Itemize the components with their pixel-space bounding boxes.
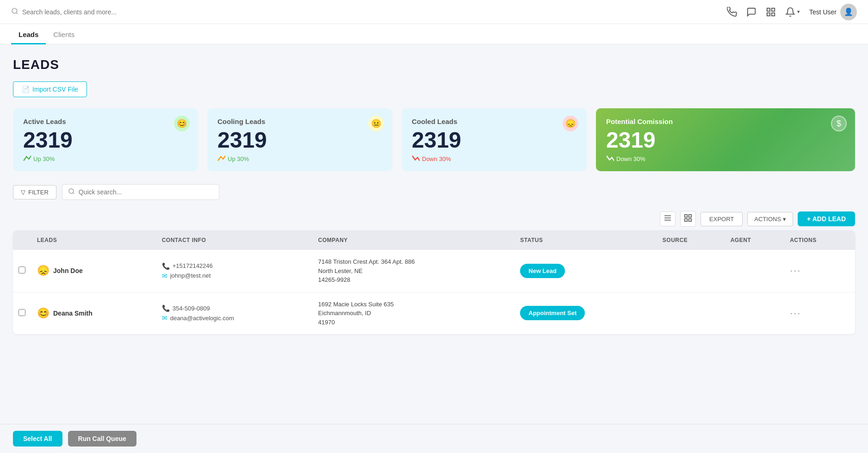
- user-section[interactable]: Test User 👤: [809, 4, 857, 20]
- row-checkbox-cell[interactable]: [13, 250, 31, 292]
- table-header-row: LEADS CONTACT INFO COMPANY STATUS SOURCE…: [13, 230, 855, 250]
- address-line1: 7148 Triston Crest Apt. 364 Apt. 886: [318, 257, 509, 267]
- file-icon: 📄: [22, 86, 30, 93]
- row-actions-menu[interactable]: ···: [790, 307, 801, 319]
- stat-card-active-leads: 😊 Active Leads 2319 Up 30%: [13, 108, 198, 171]
- row-checkbox[interactable]: [19, 267, 25, 273]
- table-row: 😊 Deana Smith 📞 354-509-0809 ✉: [13, 292, 855, 334]
- col-source: SOURCE: [657, 230, 725, 250]
- stat-icon-cooling: 😐: [368, 116, 384, 131]
- tab-clients[interactable]: Clients: [46, 26, 82, 44]
- col-agent: AGENT: [725, 230, 784, 250]
- search-input[interactable]: [22, 8, 196, 16]
- row-checkbox-cell[interactable]: [13, 292, 31, 334]
- stat-number-cooled: 2319: [412, 129, 577, 151]
- source-cell: [657, 250, 725, 292]
- add-lead-button[interactable]: + ADD LEAD: [798, 211, 855, 226]
- email-address: deana@activelogic.com: [170, 315, 234, 322]
- filter-button[interactable]: ▽ FILTER: [13, 185, 56, 199]
- svg-rect-12: [689, 215, 692, 217]
- status-badge[interactable]: New Lead: [520, 264, 565, 278]
- svg-rect-13: [685, 219, 688, 222]
- contact-info-cell: 📞 354-509-0809 ✉ deana@activelogic.com: [156, 292, 313, 334]
- agent-cell: [725, 292, 784, 334]
- col-leads: LEADS: [31, 230, 156, 250]
- stat-icon-active: 😊: [174, 116, 190, 131]
- chat-icon[interactable]: [746, 7, 756, 17]
- filter-icon: ▽: [21, 189, 25, 196]
- email-icon-row2: ✉: [162, 314, 167, 322]
- svg-line-1: [16, 12, 18, 14]
- trend-arrow-up-icon-2: [217, 155, 226, 163]
- bell-icon: [785, 7, 795, 17]
- page-content: LEADS 📄 Import CSV File 😊 Active Leads 2…: [0, 44, 868, 353]
- contact-info-cell: 📞 +15172142246 ✉ johnp@test.net: [156, 250, 313, 292]
- phone-icon-row1: 📞: [162, 262, 170, 270]
- export-button[interactable]: EXPORT: [701, 212, 743, 226]
- import-csv-button[interactable]: 📄 Import CSV File: [13, 81, 87, 97]
- actions-button[interactable]: ACTIONS ▾: [747, 212, 793, 226]
- svg-rect-3: [772, 8, 775, 11]
- tab-leads[interactable]: Leads: [11, 26, 46, 44]
- svg-point-6: [69, 189, 74, 193]
- stat-card-cooling-leads: 😐 Cooling Leads 2319 Up 30%: [207, 108, 392, 171]
- phone-icon[interactable]: [727, 7, 737, 17]
- col-actions: ACTIONS: [784, 230, 855, 250]
- lead-name[interactable]: Deana Smith: [53, 310, 93, 317]
- col-status: STATUS: [515, 230, 657, 250]
- quick-search-area[interactable]: [62, 184, 219, 200]
- stat-trend-cooled: Down 30%: [412, 155, 577, 163]
- actions-cell[interactable]: ···: [784, 250, 855, 292]
- actions-cell[interactable]: ···: [784, 292, 855, 334]
- status-cell: Appointment Set: [515, 292, 657, 334]
- phone-number: 354-509-0809: [173, 305, 210, 312]
- avatar: 👤: [840, 4, 857, 20]
- page-title: LEADS: [13, 57, 855, 72]
- bell-chevron-icon: ▾: [797, 9, 800, 15]
- address-line2: North Lester, NE: [318, 267, 509, 276]
- svg-point-0: [12, 8, 17, 13]
- stat-label-cooled: Cooled Leads: [412, 118, 577, 125]
- status-cell: New Lead: [515, 250, 657, 292]
- filter-row: ▽ FILTER: [13, 184, 855, 200]
- stat-trend-commission: Down 30%: [606, 155, 845, 163]
- row-checkbox[interactable]: [19, 309, 25, 316]
- grid-view-button[interactable]: [680, 211, 696, 227]
- source-cell: [657, 292, 725, 334]
- lead-name[interactable]: John Doe: [53, 267, 83, 274]
- lead-emoji-sad: 😞: [37, 265, 50, 277]
- stat-label-commission: Potential Comission: [606, 118, 845, 125]
- stat-trend-cooling: Up 30%: [217, 155, 382, 163]
- lead-name-cell: 😞 John Doe: [31, 250, 156, 292]
- table-row: 😞 John Doe 📞 +15172142246 ✉: [13, 250, 855, 292]
- status-badge[interactable]: Appointment Set: [520, 306, 585, 320]
- chevron-down-icon: ▾: [783, 216, 786, 223]
- address-line1: 1692 Macie Locks Suite 635: [318, 300, 509, 309]
- search-icon: [11, 7, 19, 16]
- stat-number-cooling: 2319: [217, 129, 382, 151]
- table-toolbar: EXPORT ACTIONS ▾ + ADD LEAD: [13, 207, 855, 230]
- list-view-button[interactable]: [660, 211, 676, 226]
- nav-icons: ▾ Test User 👤: [727, 4, 857, 20]
- agent-cell: [725, 250, 784, 292]
- svg-rect-11: [685, 215, 688, 217]
- global-search-bar[interactable]: [11, 7, 196, 16]
- quick-search-input[interactable]: [79, 188, 213, 196]
- notifications-area[interactable]: ▾: [785, 7, 800, 17]
- company-cell: 7148 Triston Crest Apt. 364 Apt. 886 Nor…: [313, 250, 515, 292]
- leads-table-wrapper: LEADS CONTACT INFO COMPANY STATUS SOURCE…: [13, 230, 855, 334]
- grid-icon[interactable]: [766, 7, 776, 17]
- address-line2: Eichmannmouth, ID: [318, 309, 509, 318]
- row-actions-menu[interactable]: ···: [790, 265, 801, 276]
- company-cell: 1692 Macie Locks Suite 635 Eichmannmouth…: [313, 292, 515, 334]
- phone-icon-row2: 📞: [162, 304, 170, 312]
- stat-card-cooled-leads: 😞 Cooled Leads 2319 Down 30%: [402, 108, 587, 171]
- trend-arrow-up-icon: [23, 155, 31, 163]
- stat-label-active: Active Leads: [23, 118, 188, 125]
- stat-number-commission: 2319: [606, 129, 845, 151]
- tabs-bar: Leads Clients: [0, 24, 868, 44]
- address-line3: 41970: [318, 318, 509, 327]
- stat-icon-cooled: 😞: [563, 116, 578, 131]
- svg-rect-4: [767, 12, 770, 15]
- email-address: johnp@test.net: [170, 272, 211, 279]
